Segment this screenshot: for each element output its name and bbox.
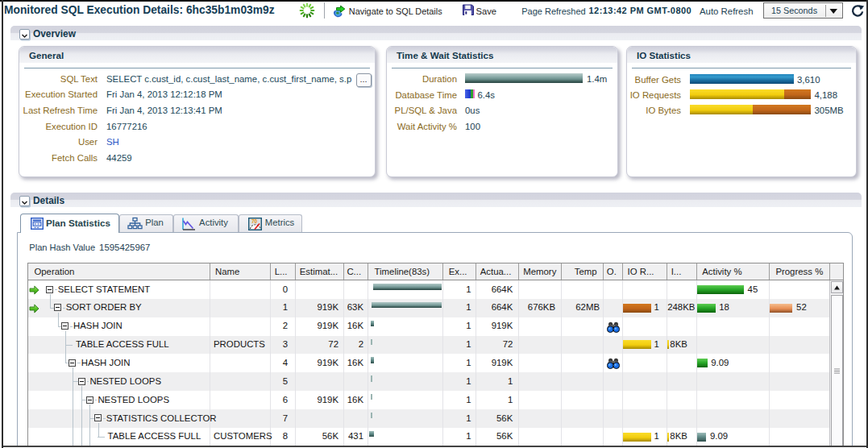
svg-text:70: 70 xyxy=(251,218,258,224)
